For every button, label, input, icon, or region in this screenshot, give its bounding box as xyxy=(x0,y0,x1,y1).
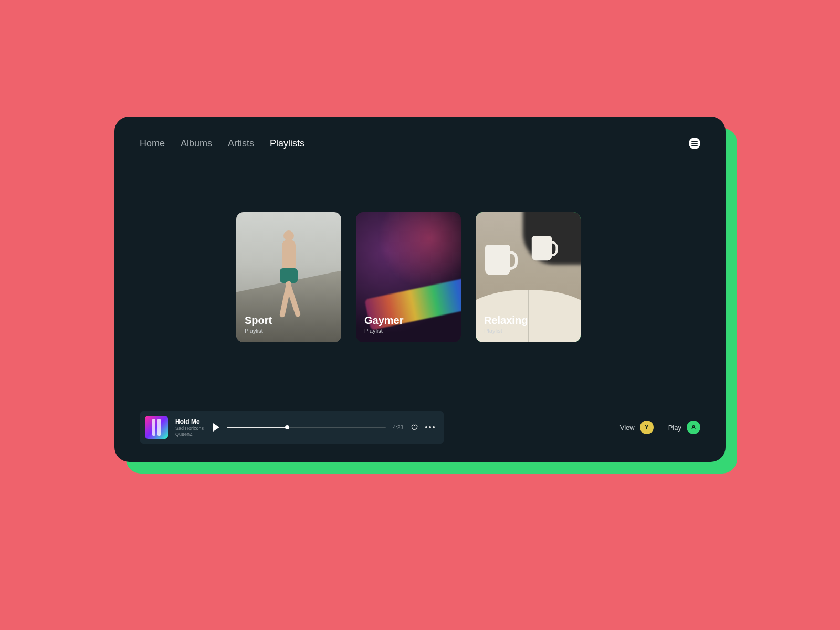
now-playing-bar: Hold Me Sad Horizons QueenZ 4:23 xyxy=(140,411,444,444)
track-duration: 4:23 xyxy=(393,425,403,430)
playlist-title: Relaxing xyxy=(484,314,528,327)
track-artist: QueenZ xyxy=(175,432,204,437)
track-album: Sad Horizons xyxy=(175,426,204,431)
nav-artists[interactable]: Artists xyxy=(228,138,254,149)
top-nav: Home Albums Artists Playlists xyxy=(140,138,700,149)
track-info: Hold Me Sad Horizons QueenZ xyxy=(175,418,204,437)
nav-tabs: Home Albums Artists Playlists xyxy=(140,138,304,149)
a-key-icon: A xyxy=(687,421,700,434)
backdrop: Home Albums Artists Playlists Sport xyxy=(0,0,840,630)
nav-home[interactable]: Home xyxy=(140,138,165,149)
track-title: Hold Me xyxy=(175,418,204,425)
playlist-subtitle: Playlist xyxy=(245,328,272,334)
menu-icon[interactable] xyxy=(689,138,700,149)
nav-playlists[interactable]: Playlists xyxy=(270,138,304,149)
gamepad-hints: View Y Play A xyxy=(620,421,700,434)
y-key-icon: Y xyxy=(640,421,654,434)
nav-albums[interactable]: Albums xyxy=(181,138,212,149)
playlist-card-gaymer[interactable]: Gaymer Playlist xyxy=(356,212,461,342)
playlist-card-sport[interactable]: Sport Playlist xyxy=(236,212,341,342)
playlist-card-relaxing[interactable]: Relaxing Playlist xyxy=(476,212,581,342)
bottom-bar: Hold Me Sad Horizons QueenZ 4:23 View xyxy=(140,411,700,444)
playlist-subtitle: Playlist xyxy=(484,328,528,334)
playlist-cards: Sport Playlist Gaymer Playlist Rel xyxy=(140,212,700,342)
view-button[interactable]: View Y xyxy=(620,421,654,434)
playlist-subtitle: Playlist xyxy=(364,328,404,334)
progress-bar[interactable] xyxy=(227,427,386,428)
playlist-title: Sport xyxy=(245,314,272,327)
play-button[interactable]: Play A xyxy=(668,421,700,434)
play-icon[interactable] xyxy=(213,423,219,432)
view-label: View xyxy=(620,424,635,432)
heart-icon[interactable] xyxy=(411,424,418,431)
playlist-title: Gaymer xyxy=(364,314,404,327)
play-label: Play xyxy=(668,424,681,432)
more-icon[interactable] xyxy=(425,426,435,428)
album-art[interactable] xyxy=(145,416,168,439)
music-app-window: Home Albums Artists Playlists Sport xyxy=(114,117,726,462)
